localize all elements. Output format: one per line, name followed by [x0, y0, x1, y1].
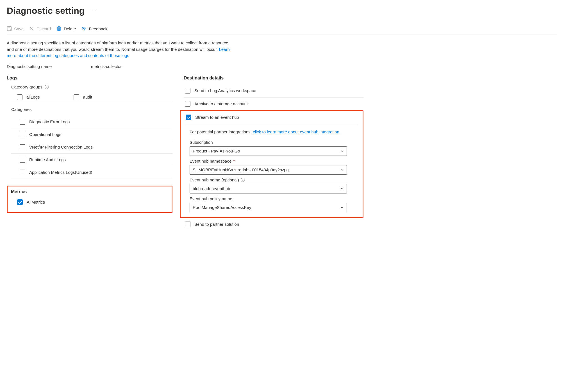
more-actions-button[interactable]: ···: [91, 7, 97, 14]
subscription-label: Subscription: [190, 140, 358, 145]
checkbox-icon: [20, 144, 25, 150]
checkbox-storage-account[interactable]: Archive to a storage account: [185, 101, 363, 107]
svg-rect-1: [8, 27, 10, 28]
event-hub-highlight: Stream to an event hub For potential par…: [180, 110, 363, 218]
checkbox-audit[interactable]: audit: [74, 93, 92, 101]
chevron-down-icon: [340, 206, 344, 209]
select-value: SUMOBREvtHubNSazure-labs-0015434p3ay2szp…: [193, 167, 289, 172]
eh-name-select[interactable]: blobreadereventhub: [190, 184, 347, 193]
checkbox-label: Diagnostic Error Logs: [29, 119, 70, 124]
discard-label: Discard: [37, 26, 51, 31]
checkbox-icon: [185, 101, 190, 107]
eh-name-label: Event hub name (optional) i: [190, 177, 358, 182]
select-value: Product - Pay-As-You-Go: [193, 149, 240, 153]
chevron-down-icon: [340, 187, 344, 190]
discard-button[interactable]: Discard: [29, 26, 51, 31]
namespace-label: Event hub namespace *: [190, 159, 358, 163]
checkbox-label: AllMetrics: [27, 200, 45, 204]
checkbox-label: Archive to a storage account: [194, 101, 248, 106]
checkbox-icon: [185, 88, 190, 94]
feedback-icon: [81, 26, 87, 31]
description-text: A diagnostic setting specifies a list of…: [7, 40, 237, 59]
destination-heading: Destination details: [184, 76, 363, 81]
checkbox-icon: [17, 94, 22, 100]
checkbox-label: Stream to an event hub: [195, 115, 239, 120]
checkbox-all-metrics[interactable]: AllMetrics: [17, 197, 169, 207]
category-groups-label: Category groups i: [11, 85, 172, 89]
checkbox-icon: [20, 119, 25, 125]
checkbox-diagnostic-error-logs[interactable]: Diagnostic Error Logs: [20, 119, 172, 125]
checkbox-label: Send to Log Analytics workspace: [194, 88, 256, 93]
checkbox-event-hub[interactable]: Stream to an event hub: [186, 115, 358, 120]
save-button[interactable]: Save: [7, 26, 24, 31]
delete-button[interactable]: Delete: [56, 26, 76, 31]
checkbox-icon: [20, 132, 25, 137]
checkbox-partner-solution[interactable]: Send to partner solution: [185, 222, 363, 227]
policy-select[interactable]: RootManageSharedAccessKey: [190, 203, 347, 212]
delete-icon: [56, 26, 62, 31]
svg-rect-2: [8, 29, 11, 31]
checkbox-icon: [20, 157, 25, 163]
checkbox-vnet-ip-filtering[interactable]: VNet/IP Filtering Connection Logs: [20, 144, 172, 150]
checkbox-label: audit: [83, 95, 92, 99]
event-hub-note: For potential partner integrations, clic…: [190, 129, 358, 134]
namespace-select[interactable]: SUMOBREvtHubNSazure-labs-0015434p3ay2szp…: [190, 165, 347, 175]
metrics-heading: Metrics: [11, 189, 169, 194]
checkbox-icon: [17, 199, 23, 205]
svg-point-13: [83, 27, 84, 29]
checkbox-operational-logs[interactable]: Operational Logs: [20, 132, 172, 137]
feedback-button[interactable]: Feedback: [81, 26, 107, 31]
event-hub-learn-link[interactable]: click to learn more about event hub inte…: [253, 129, 340, 134]
checkbox-label: allLogs: [26, 95, 40, 99]
delete-label: Delete: [64, 26, 76, 31]
checkbox-label: VNet/IP Filtering Connection Logs: [29, 145, 93, 149]
policy-label: Event hub policy name: [190, 196, 358, 201]
checkbox-icon: [185, 222, 190, 227]
save-label: Save: [14, 26, 24, 31]
checkbox-label: Application Metrics Logs(Unused): [29, 170, 92, 175]
checkbox-icon: [20, 170, 25, 175]
setting-name-label: Diagnostic setting name: [7, 64, 91, 69]
checkbox-application-metrics-logs[interactable]: Application Metrics Logs(Unused): [20, 170, 172, 175]
checkbox-runtime-audit-logs[interactable]: Runtime Audit Logs: [20, 157, 172, 163]
checkbox-all-logs[interactable]: allLogs: [17, 93, 40, 101]
toolbar: Save Discard Delete Feedback: [7, 26, 557, 35]
checkbox-log-analytics[interactable]: Send to Log Analytics workspace: [185, 88, 363, 94]
save-icon: [7, 26, 12, 31]
metrics-highlight: Metrics AllMetrics: [7, 186, 172, 213]
subscription-select[interactable]: Product - Pay-As-You-Go: [190, 146, 347, 156]
select-value: blobreadereventhub: [193, 186, 230, 191]
categories-label: Categories: [11, 107, 172, 112]
feedback-label: Feedback: [89, 26, 107, 31]
checkbox-label: Runtime Audit Logs: [29, 157, 66, 162]
checkbox-label: Operational Logs: [29, 132, 61, 137]
checkbox-icon: [74, 94, 79, 100]
setting-name-value: metrics-collector: [91, 64, 122, 69]
info-icon[interactable]: i: [241, 178, 245, 182]
checkbox-label: Send to partner solution: [194, 222, 239, 227]
discard-icon: [29, 26, 34, 31]
info-icon[interactable]: i: [45, 85, 49, 89]
required-mark: *: [233, 159, 235, 163]
select-value: RootManageSharedAccessKey: [193, 205, 251, 210]
logs-heading: Logs: [7, 76, 172, 81]
chevron-down-icon: [340, 149, 344, 153]
page-title: Diagnostic setting: [7, 6, 85, 16]
checkbox-icon: [186, 115, 191, 120]
chevron-down-icon: [340, 168, 344, 172]
